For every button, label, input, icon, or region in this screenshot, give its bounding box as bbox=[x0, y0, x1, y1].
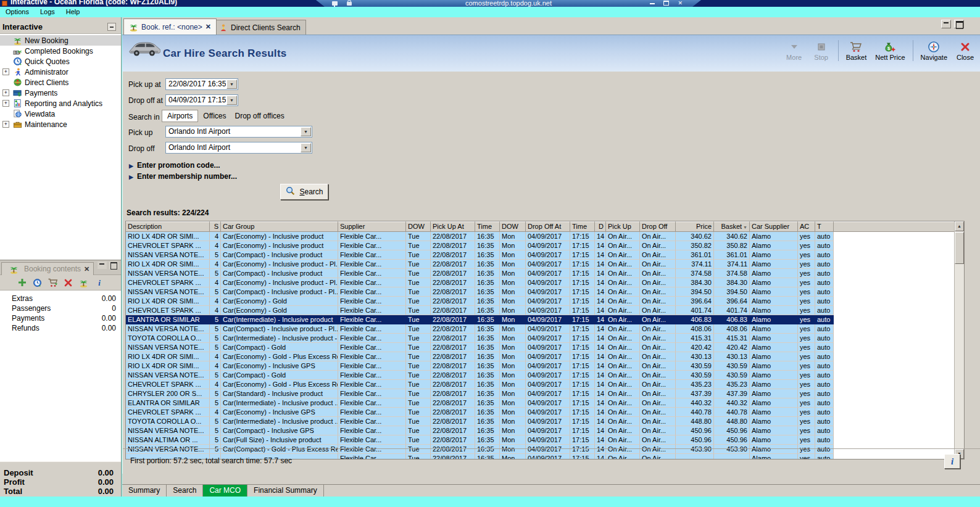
table-row[interactable]: NISSAN VERSA NOTE...5Car(Compact) - Incl… bbox=[126, 287, 954, 297]
info-button[interactable]: i bbox=[944, 454, 960, 469]
rdp-restore-button[interactable] bbox=[663, 1, 669, 6]
bottom-tab-car-mco[interactable]: Car MCO bbox=[203, 485, 247, 497]
sidebar-item-new-booking[interactable]: New Booking bbox=[0, 35, 121, 46]
tree-expand-icon[interactable]: + bbox=[2, 121, 9, 128]
table-row[interactable]: RIO LX 4DR OR SIMI...4Car(Economy) - Inc… bbox=[126, 260, 954, 269]
sidebar-item-viewdata[interactable]: Viewdata bbox=[0, 109, 121, 119]
column-header-time-6[interactable]: Time bbox=[475, 221, 500, 232]
new-booking-icon[interactable] bbox=[79, 278, 89, 287]
table-row[interactable]: RIO LX 4DR OR SIMI...4Car(Economy) - Inc… bbox=[126, 232, 954, 241]
table-row[interactable]: CHEVROLET SPARK ...4Car(Economy) - Inclu… bbox=[126, 278, 954, 287]
table-row[interactable]: CHEVROLET SPARK ...4Car(Economy) - GoldF… bbox=[126, 306, 954, 315]
close-icon[interactable]: ✕ bbox=[84, 265, 89, 273]
sidebar-collapse-button[interactable] bbox=[107, 23, 116, 31]
chevron-down-icon[interactable]: ▼ bbox=[226, 80, 237, 89]
bottom-tab-summary[interactable]: Summary bbox=[122, 485, 167, 497]
nett-price-button[interactable]: $Nett Price bbox=[871, 39, 909, 62]
search-in-option-airports[interactable]: Airports bbox=[162, 110, 198, 122]
column-header-dow-4[interactable]: DOW bbox=[406, 221, 431, 232]
search-button[interactable]: Search bbox=[280, 184, 328, 200]
table-row[interactable]: ELANTRA OR SIMILAR5Car(Intermediate) - I… bbox=[126, 315, 954, 324]
table-row[interactable]: RIO LX 4DR OR SIMI...4Car(Economy) - Gol… bbox=[126, 352, 954, 361]
table-row[interactable]: NISSAN VERSA NOTE...5Car(Compact) - Incl… bbox=[126, 269, 954, 278]
column-header-t-17[interactable]: T bbox=[815, 221, 834, 232]
table-row[interactable]: RIO LX 4DR OR SIMI...4Car(Economy) - Gol… bbox=[126, 297, 954, 306]
column-header-description-0[interactable]: Description bbox=[126, 221, 210, 232]
scrollbar-thumb[interactable] bbox=[955, 232, 964, 264]
vertical-scrollbar[interactable]: ▲ ▼ bbox=[954, 221, 964, 459]
table-row[interactable]: RIO LX 4DR OR SIMI...4Car(Economy) - Inc… bbox=[126, 361, 954, 371]
menu-options[interactable]: Options bbox=[0, 7, 35, 17]
menu-logs[interactable]: Logs bbox=[35, 7, 60, 17]
table-row[interactable]: TOYOTA COROLLA O...5Car(Intermediate) - … bbox=[126, 334, 954, 343]
tab-close-icon[interactable]: ✕ bbox=[206, 23, 211, 31]
add-icon[interactable] bbox=[17, 278, 27, 287]
basket-go-icon[interactable] bbox=[48, 278, 58, 287]
dropoff-at-combobox[interactable]: 04/09/2017 17:15 ▼ bbox=[165, 94, 238, 106]
table-row[interactable]: NISSAN VERSA NOTE...5Car(Compact) - Incl… bbox=[126, 250, 954, 260]
menu-help[interactable]: Help bbox=[60, 7, 86, 17]
column-header-price-13[interactable]: Price bbox=[676, 221, 714, 232]
navigate-button[interactable]: Navigate bbox=[916, 39, 952, 62]
pickup-at-combobox[interactable]: 22/08/2017 16:35 ▼ bbox=[165, 78, 238, 90]
column-header-basket-14[interactable]: Basket▼ bbox=[714, 221, 750, 232]
column-header-car-group-2[interactable]: Car Group bbox=[221, 221, 338, 232]
bottom-tab-search[interactable]: Search bbox=[167, 485, 203, 497]
column-header-s-1[interactable]: S bbox=[210, 221, 221, 232]
table-row[interactable]: ELANTRA OR SIMILAR5Car(Intermediate) - I… bbox=[126, 398, 954, 408]
close-button[interactable]: Close bbox=[952, 39, 979, 62]
table-row[interactable]: NISSAN VERSA NOTE...5Car(Compact) - Incl… bbox=[126, 426, 954, 435]
dropoff-combobox[interactable]: Orlando Intl Airport ▼ bbox=[165, 142, 312, 154]
sidebar-item-payments[interactable]: +$Payments bbox=[0, 88, 121, 98]
table-row[interactable]: CHEVROLET SPARK ...4Car(Economy) - Inclu… bbox=[126, 408, 954, 417]
panel-minimize-button[interactable] bbox=[98, 262, 107, 269]
tab-book-ref-none-[interactable]: Book. ref.: <none>✕ bbox=[123, 19, 217, 35]
column-header-drop-off-12[interactable]: Drop Off bbox=[640, 221, 676, 232]
sidebar-item-administrator[interactable]: +Administrator bbox=[0, 67, 121, 77]
rdp-close-button[interactable]: ✕ bbox=[678, 0, 683, 6]
chevron-down-icon[interactable]: ▼ bbox=[301, 127, 311, 136]
promotion-code-expander[interactable]: ▶Enter promotion code... bbox=[129, 161, 220, 170]
table-row[interactable]: NISSAN VERSA NOTE...5Car(Compact) - Gold… bbox=[126, 343, 954, 352]
tree-expand-icon[interactable]: + bbox=[2, 89, 9, 96]
scroll-up-icon[interactable]: ▲ bbox=[955, 221, 964, 231]
table-row[interactable]: NISSAN VERSA NOTE...5Car(Compact) - Gold… bbox=[126, 371, 954, 380]
quick-quote-icon[interactable] bbox=[33, 278, 43, 287]
tree-expand-icon[interactable]: + bbox=[2, 68, 9, 75]
column-header-pick-up-at-5[interactable]: Pick Up At bbox=[431, 221, 475, 232]
sidebar-item-completed-bookings[interactable]: $Completed Bookings bbox=[0, 46, 121, 56]
booking-contents-tab[interactable]: Booking contents ✕ bbox=[1, 262, 94, 275]
sidebar-item-quick-quotes[interactable]: Quick Quotes bbox=[0, 56, 121, 67]
column-header-supplier-3[interactable]: Supplier bbox=[338, 221, 406, 232]
pickup-combobox[interactable]: Orlando Intl Airport ▼ bbox=[165, 126, 312, 138]
basket-button[interactable]: Basket bbox=[842, 39, 871, 62]
mdi-maximize-button[interactable] bbox=[954, 20, 964, 28]
sidebar-item-direct-clients[interactable]: Direct Clients bbox=[0, 77, 121, 88]
rdp-minimize-button[interactable] bbox=[650, 0, 655, 5]
column-header-dow-7[interactable]: DOW bbox=[500, 221, 526, 232]
column-header-ac-16[interactable]: AC bbox=[798, 221, 815, 232]
column-header-pick-up-11[interactable]: Pick Up bbox=[606, 221, 640, 232]
mdi-minimize-button[interactable] bbox=[941, 20, 951, 28]
table-row[interactable]: TOYOTA COROLLA O...5Car(Intermediate) - … bbox=[126, 417, 954, 426]
bottom-tab-financial-summary[interactable]: Financial Summary bbox=[247, 485, 324, 497]
chevron-down-icon[interactable]: ▼ bbox=[301, 143, 311, 152]
table-row[interactable]: CHEVROLET SPARK ...4Car(Economy) - Gold … bbox=[126, 380, 954, 389]
sidebar-item-reporting-and-analytics[interactable]: +Reporting and Analytics bbox=[0, 98, 121, 109]
chevron-down-icon[interactable]: ▼ bbox=[226, 96, 237, 105]
sidebar-item-maintenance[interactable]: +Maintenance bbox=[0, 119, 121, 130]
panel-maximize-button[interactable] bbox=[109, 262, 118, 269]
search-in-option-drop-off-offices[interactable]: Drop off offices bbox=[235, 112, 284, 120]
table-row[interactable]: CHEVROLET SPARK ...4Car(Economy) - Inclu… bbox=[126, 241, 954, 250]
column-header-car-supplier-15[interactable]: Car Supplier bbox=[750, 221, 798, 232]
column-header-drop-off-at-8[interactable]: Drop Off At bbox=[526, 221, 570, 232]
delete-icon[interactable] bbox=[64, 278, 73, 287]
column-header-d-10[interactable]: D bbox=[595, 221, 606, 232]
table-row[interactable]: NISSAN VERSA NOTE...5Car(Compact) - Incl… bbox=[126, 324, 954, 334]
table-row[interactable]: NISSAN ALTIMA OR ...5Car(Full Size) - In… bbox=[126, 435, 954, 445]
column-header-time-9[interactable]: Time bbox=[570, 221, 595, 232]
info-icon[interactable]: i bbox=[94, 278, 104, 287]
search-in-option-offices[interactable]: Offices bbox=[203, 112, 226, 120]
membership-number-expander[interactable]: ▶Enter membership number... bbox=[129, 172, 237, 181]
table-row[interactable]: CHRYSLER 200 OR S...5Car(Standard) - Inc… bbox=[126, 389, 954, 398]
